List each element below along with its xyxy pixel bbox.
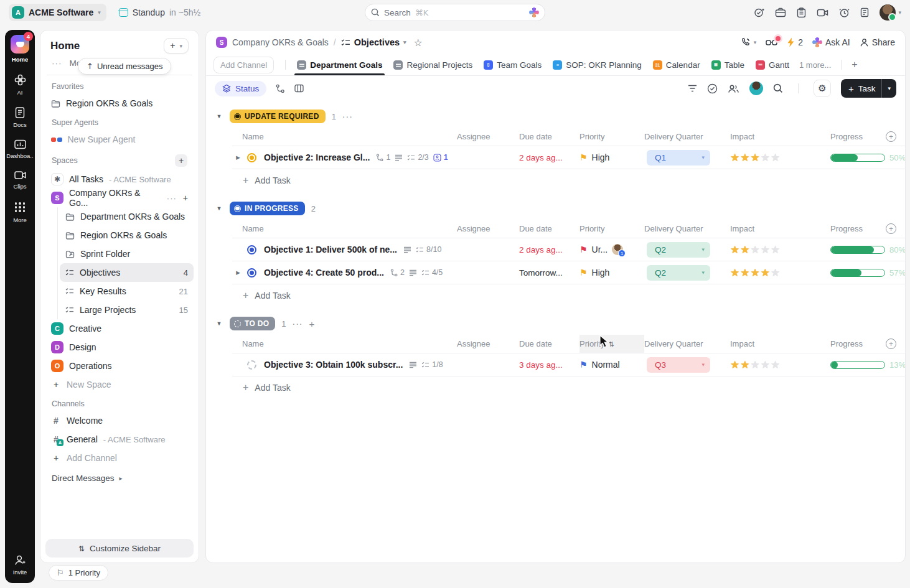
sidebar-new-button[interactable]	[164, 38, 189, 54]
add-task-button[interactable]: Add Task	[232, 284, 905, 307]
boost-button[interactable]: 2	[787, 37, 803, 47]
add-column-button[interactable]	[886, 338, 896, 349]
tab-calendar[interactable]: 31 Calendar	[648, 54, 705, 75]
star-empty-icon[interactable]: ★	[751, 358, 760, 371]
impact-rating[interactable]: ★★★★★	[730, 151, 830, 164]
tab-gantt[interactable]: ≔ Gantt	[751, 54, 794, 75]
task-row[interactable]: Objective 1: Deliver 500k of ne... 8/10 …	[232, 238, 905, 261]
more-tabs-button[interactable]: 1 more...	[795, 60, 835, 70]
status-dot-update-required[interactable]	[247, 153, 256, 162]
status-dot-to-do[interactable]	[247, 360, 256, 370]
tab-table[interactable]: ⊞ Table	[706, 54, 749, 75]
rail-item-clips[interactable]: Clips	[5, 170, 35, 190]
star-filled-icon[interactable]: ★	[730, 266, 739, 279]
sidebar-item-department-okrs[interactable]: Department OKRs & Goals	[60, 207, 194, 226]
add-column-button[interactable]	[886, 131, 896, 142]
share-button[interactable]: Share	[860, 37, 895, 47]
favorite-star-icon[interactable]	[414, 37, 423, 49]
column-assignee[interactable]: Assignee	[457, 128, 519, 146]
expand-row-icon[interactable]	[233, 154, 243, 161]
sidebar-item-large-projects[interactable]: Large Projects 15	[60, 301, 194, 319]
status-badge[interactable]: UPDATE REQUIRED	[230, 110, 326, 123]
impact-rating[interactable]: ★★★★★	[730, 243, 830, 256]
sidebar-item-objectives[interactable]: Objectives 4	[60, 263, 194, 282]
star-filled-icon[interactable]: ★	[730, 151, 739, 164]
ask-ai-button[interactable]: Ask AI	[812, 37, 850, 47]
ellipsis-icon[interactable]	[167, 194, 177, 203]
column-priority[interactable]: Priority	[579, 220, 644, 238]
task-name[interactable]: Objective 4: Create 50 prod...	[264, 268, 384, 278]
show-closed-icon[interactable]	[707, 83, 718, 94]
column-impact[interactable]: Impact	[730, 220, 830, 238]
due-date[interactable]: 3 days ag...	[519, 360, 579, 370]
rail-item-ai[interactable]: AI	[5, 73, 35, 96]
star-filled-icon[interactable]: ★	[740, 266, 749, 279]
task-name[interactable]: Objective 3: Obtain 100k subscr...	[264, 360, 403, 370]
notes-doc-icon[interactable]	[860, 7, 869, 17]
customize-sidebar-button[interactable]: Customize Sidebar	[45, 539, 194, 558]
clipboard-icon[interactable]	[797, 7, 806, 18]
sidebar-item-channel-welcome[interactable]: # Welcome	[45, 411, 194, 430]
assignees-icon[interactable]	[728, 84, 739, 93]
star-filled-icon[interactable]: ★	[730, 243, 739, 256]
priority-cell[interactable]: Ur...1	[579, 244, 644, 255]
column-name[interactable]: Name	[232, 128, 457, 146]
star-filled-icon[interactable]: ★	[730, 358, 739, 371]
add-space-button[interactable]	[175, 154, 187, 167]
priority-cell[interactable]: High	[579, 152, 644, 162]
task-dropdown-chevron[interactable]	[881, 79, 896, 98]
star-filled-icon[interactable]: ★	[740, 151, 749, 164]
star-empty-icon[interactable]: ★	[751, 243, 760, 256]
add-task-button[interactable]: Add Task	[232, 169, 905, 192]
delivery-quarter-dropdown[interactable]: Q1	[647, 150, 710, 166]
sidebar-item-operations[interactable]: O Operations	[45, 357, 194, 375]
star-empty-icon[interactable]: ★	[761, 151, 770, 164]
add-column-button[interactable]	[886, 223, 896, 234]
settings-button[interactable]	[814, 80, 831, 97]
star-empty-icon[interactable]: ★	[761, 243, 770, 256]
column-name[interactable]: Name	[232, 220, 457, 238]
star-filled-icon[interactable]: ★	[740, 243, 749, 256]
task-row[interactable]: Objective 3: Obtain 100k subscr... 1/8 3…	[232, 353, 905, 376]
sidebar-item-new-super-agent[interactable]: New Super Agent	[45, 130, 194, 149]
delivery-quarter-dropdown[interactable]: Q2	[647, 265, 710, 281]
group-by-status-button[interactable]: Status	[215, 81, 266, 96]
delivery-quarter-dropdown[interactable]: Q2	[647, 242, 710, 258]
tab-sop-okr-planning[interactable]: ≡ SOP: OKR Planning	[548, 54, 647, 75]
add-view-button[interactable]	[848, 59, 861, 70]
star-empty-icon[interactable]: ★	[771, 358, 780, 371]
column-assignee[interactable]: Assignee	[457, 335, 519, 353]
due-date[interactable]: Tomorrow...	[519, 268, 579, 278]
column-progress[interactable]: Progress	[830, 224, 863, 233]
rail-item-more[interactable]: More	[5, 200, 35, 223]
clips-camera-icon[interactable]	[817, 8, 828, 17]
sidebar-item-creative[interactable]: C Creative	[45, 319, 194, 338]
column-priority-hovered[interactable]: Priority	[579, 335, 644, 353]
search-icon[interactable]	[773, 83, 783, 93]
due-date[interactable]: 2 days ag...	[519, 153, 579, 162]
unread-messages-pill[interactable]: Unread messages	[78, 58, 171, 75]
alarm-clock-icon[interactable]	[839, 7, 850, 18]
group-menu-icon[interactable]	[293, 319, 303, 329]
page-title[interactable]: Objectives	[341, 37, 406, 47]
direct-messages-toggle[interactable]: Direct Messages	[45, 467, 194, 489]
column-delivery-quarter[interactable]: Delivery Quarter	[644, 335, 730, 353]
workspace-switcher[interactable]: A ACME Software	[9, 4, 106, 21]
due-date[interactable]: 2 days ag...	[519, 245, 579, 254]
column-progress[interactable]: Progress	[830, 339, 863, 348]
rail-item-docs[interactable]: Docs	[5, 106, 35, 128]
rail-item-dashboards[interactable]: Dashboa..	[5, 139, 35, 159]
sidebar-item-region-okrs-favorite[interactable]: Region OKRs & Goals	[45, 94, 194, 113]
column-priority[interactable]: Priority	[579, 128, 644, 146]
status-dot-in-progress[interactable]	[247, 245, 256, 254]
task-check-icon[interactable]	[754, 7, 764, 18]
ai-flower-icon[interactable]	[529, 7, 539, 17]
sidebar-item-add-channel[interactable]: Add Channel	[45, 449, 194, 467]
status-badge[interactable]: TO DO	[230, 317, 275, 330]
star-filled-icon[interactable]: ★	[740, 358, 749, 371]
relationship-icon[interactable]	[276, 84, 285, 93]
task-row[interactable]: Objective 4: Create 50 prod... 2 4/5 Tom…	[232, 261, 905, 284]
sidebar-item-company-okrs[interactable]: S Company OKRs & Go...	[45, 189, 194, 207]
standup-reminder[interactable]: Standup in ~5h½	[119, 7, 200, 17]
new-task-button[interactable]: Task	[841, 79, 896, 98]
